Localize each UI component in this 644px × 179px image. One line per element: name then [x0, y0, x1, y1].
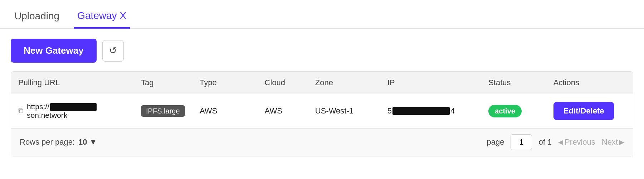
ip-redacted	[392, 107, 450, 115]
table-row: ⧉ https://son.network IPFS.large AWS AWS	[11, 94, 633, 128]
tab-bar: Uploading Gateway X	[0, 0, 644, 29]
previous-button[interactable]: ◀ Previous	[558, 137, 595, 147]
chevron-down-icon: ▼	[89, 137, 97, 147]
url-redacted	[50, 103, 97, 111]
cell-zone: US-West-1	[308, 94, 380, 128]
new-gateway-button[interactable]: New Gateway	[11, 39, 97, 63]
cell-cloud: AWS	[258, 94, 308, 128]
rows-per-page-select[interactable]: 10 ▼	[78, 137, 97, 147]
edit-delete-button[interactable]: Edit/Delete	[553, 102, 614, 120]
cell-pulling-url: ⧉ https://son.network	[11, 94, 134, 128]
next-button[interactable]: Next ▶	[602, 137, 624, 147]
refresh-icon: ↺	[109, 45, 117, 56]
tag-badge: IPFS.large	[141, 105, 185, 117]
col-header-ip: IP	[380, 72, 482, 94]
ip-text: 54	[387, 106, 455, 116]
col-header-actions: Actions	[546, 72, 633, 94]
toolbar: New Gateway ↺	[0, 29, 644, 71]
status-badge: active	[488, 105, 522, 117]
col-header-cloud: Cloud	[258, 72, 308, 94]
chevron-right-icon: ▶	[619, 138, 624, 146]
url-text: https://son.network	[27, 102, 127, 120]
col-header-type: Type	[192, 72, 258, 94]
tab-gateway[interactable]: Gateway X	[74, 10, 130, 29]
copy-icon[interactable]: ⧉	[18, 107, 23, 115]
cell-status: active	[481, 94, 546, 128]
cell-actions: Edit/Delete	[546, 94, 633, 128]
chevron-left-icon: ◀	[558, 138, 563, 146]
table-footer-row: Rows per page: 10 ▼ page of 1 ◀	[11, 128, 633, 156]
page-of-label: of 1	[538, 137, 552, 147]
rows-per-page-label: Rows per page:	[20, 137, 75, 147]
cell-ip: 54	[380, 94, 482, 128]
page-number-input[interactable]	[511, 134, 532, 150]
col-header-zone: Zone	[308, 72, 380, 94]
refresh-button[interactable]: ↺	[102, 40, 124, 62]
cell-type: AWS	[192, 94, 258, 128]
gateway-table: Pulling URL Tag Type Cloud Zone IP	[11, 71, 633, 156]
pagination: page of 1 ◀ Previous Next ▶	[487, 134, 625, 150]
col-header-pulling-url: Pulling URL	[11, 72, 134, 94]
tab-uploading[interactable]: Uploading	[11, 10, 63, 29]
page-label: page	[487, 137, 504, 147]
rows-per-page-value: 10	[78, 137, 87, 147]
col-header-tag: Tag	[134, 72, 192, 94]
rows-per-page: Rows per page: 10 ▼	[20, 137, 97, 147]
table-header-row: Pulling URL Tag Type Cloud Zone IP	[11, 72, 633, 94]
cell-tag: IPFS.large	[134, 94, 192, 128]
col-header-status: Status	[481, 72, 546, 94]
